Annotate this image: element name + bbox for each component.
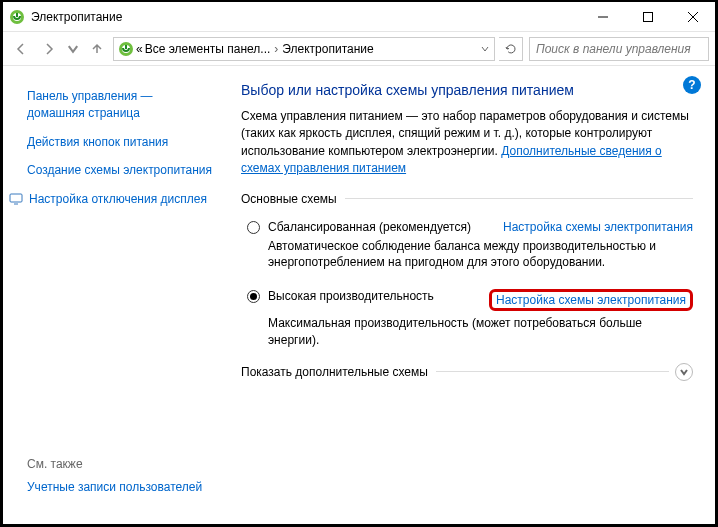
chevron-down-icon[interactable]: [480, 44, 490, 54]
window: Электропитание « Все элементы панел... ›…: [0, 0, 718, 527]
sidebar-create-plan[interactable]: Создание схемы электропитания: [27, 158, 213, 187]
plan-description: Автоматическое соблюдение баланса между …: [241, 236, 693, 286]
page-title: Выбор или настройка схемы управления пит…: [241, 82, 693, 98]
back-button[interactable]: [9, 37, 33, 61]
plan-description: Максимальная производительность (может п…: [241, 313, 693, 363]
maximize-button[interactable]: [625, 2, 670, 31]
radio-high-performance[interactable]: [247, 290, 260, 303]
plan-high-performance: Высокая производительность Настройка схе…: [241, 285, 693, 313]
close-button[interactable]: [670, 2, 715, 31]
radio-balanced[interactable]: [247, 221, 260, 234]
minimize-button[interactable]: [580, 2, 625, 31]
up-button[interactable]: [85, 37, 109, 61]
see-also-label: См. также: [27, 453, 213, 475]
breadcrumb-prefix: «: [136, 42, 143, 56]
toolbar: « Все элементы панел... › Электропитание…: [3, 32, 715, 66]
highlighted-settings-link: Настройка схемы электропитания: [489, 289, 693, 311]
titlebar: Электропитание: [3, 2, 715, 32]
page-description: Схема управления питанием — это набор па…: [241, 108, 693, 178]
breadcrumb-part[interactable]: Все элементы панел...: [145, 42, 271, 56]
plan-settings-link[interactable]: Настройка схемы электропитания: [496, 293, 686, 307]
search-input[interactable]: Поиск в панели управления: [529, 37, 709, 61]
plan-balanced: Сбалансированная (рекомендуется) Настрой…: [241, 216, 693, 236]
chevron-down-icon: [680, 368, 688, 376]
refresh-button[interactable]: [499, 37, 523, 61]
section-default-plans: Основные схемы: [241, 192, 693, 206]
breadcrumb-part[interactable]: Электропитание: [282, 42, 373, 56]
breadcrumb[interactable]: « Все элементы панел... › Электропитание: [113, 37, 495, 61]
breadcrumb-separator: ›: [272, 42, 280, 56]
sidebar-button-actions[interactable]: Действия кнопок питания: [27, 130, 213, 159]
window-title: Электропитание: [31, 10, 580, 24]
sidebar-user-accounts[interactable]: Учетные записи пользователей: [27, 475, 213, 504]
search-placeholder: Поиск в панели управления: [536, 42, 691, 56]
main-content: ? Выбор или настройка схемы управления п…: [223, 66, 715, 524]
monitor-icon: [9, 192, 23, 206]
history-dropdown[interactable]: [65, 37, 81, 61]
section-more-plans[interactable]: Показать дополнительные схемы: [241, 363, 693, 381]
expand-button[interactable]: [675, 363, 693, 381]
power-icon: [9, 9, 25, 25]
sidebar-home[interactable]: Панель управления — домашняя страница: [27, 84, 213, 130]
svg-rect-5: [10, 194, 22, 202]
power-icon: [118, 41, 134, 57]
svg-rect-2: [643, 12, 652, 21]
help-icon[interactable]: ?: [683, 76, 701, 94]
sidebar: Панель управления — домашняя страница Де…: [3, 66, 223, 524]
plan-name[interactable]: Высокая производительность: [268, 289, 434, 303]
plan-settings-link[interactable]: Настройка схемы электропитания: [503, 220, 693, 234]
plan-name[interactable]: Сбалансированная (рекомендуется): [268, 220, 471, 234]
forward-button[interactable]: [37, 37, 61, 61]
sidebar-display-off[interactable]: Настройка отключения дисплея: [9, 187, 213, 216]
